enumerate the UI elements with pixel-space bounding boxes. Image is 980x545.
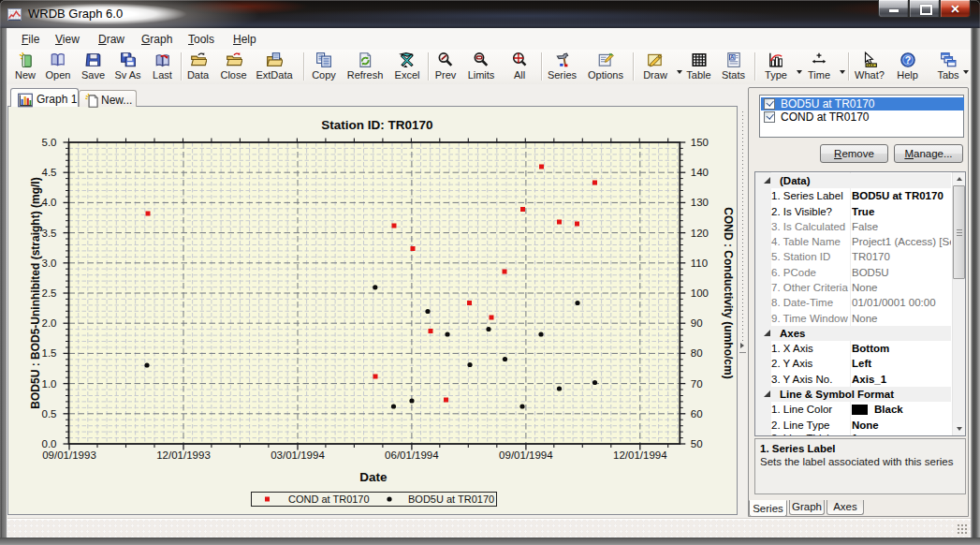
svg-text:09/01/1994: 09/01/1994 <box>499 449 553 461</box>
svg-text:80: 80 <box>691 347 703 359</box>
svg-text:09/01/1993: 09/01/1993 <box>42 449 96 461</box>
svg-text:COND : Conductivity (umho/cm): COND : Conductivity (umho/cm) <box>722 207 735 378</box>
svg-text:5.0: 5.0 <box>42 137 57 148</box>
svg-text:0.0: 0.0 <box>42 438 57 449</box>
svg-text:90: 90 <box>691 317 703 329</box>
svg-text:0.5: 0.5 <box>42 408 57 420</box>
svg-text:COND at TR0170: COND at TR0170 <box>288 493 370 505</box>
svg-text:2.0: 2.0 <box>42 317 57 329</box>
svg-text:?: ? <box>904 54 911 66</box>
svg-text:60: 60 <box>691 408 703 420</box>
svg-text:03/01/1994: 03/01/1994 <box>271 449 325 461</box>
svg-text:1.0: 1.0 <box>42 378 57 390</box>
svg-text:06/01/1994: 06/01/1994 <box>385 449 439 461</box>
svg-text:BOD5U at TR0170: BOD5U at TR0170 <box>408 493 494 505</box>
svg-text:Date: Date <box>359 470 388 484</box>
svg-text:110: 110 <box>691 258 708 269</box>
svg-text:50: 50 <box>691 438 703 449</box>
svg-text:4.0: 4.0 <box>42 197 57 208</box>
svg-text:120: 120 <box>691 228 709 239</box>
svg-text:130: 130 <box>691 197 709 208</box>
svg-text:Station ID: TR0170: Station ID: TR0170 <box>321 118 432 132</box>
svg-text:2.5: 2.5 <box>42 287 57 299</box>
svg-text:70: 70 <box>691 378 703 390</box>
svg-text:12/01/1993: 12/01/1993 <box>156 449 211 461</box>
svg-text:A: A <box>730 53 735 60</box>
svg-text:140: 140 <box>691 167 709 178</box>
svg-text:BOD5U : BOD5-Uninhibited (stra: BOD5U : BOD5-Uninhibited (straight) (mg/… <box>29 177 42 408</box>
svg-text:4.5: 4.5 <box>42 167 57 178</box>
svg-text:3.5: 3.5 <box>42 228 57 239</box>
svg-text:3.0: 3.0 <box>42 258 57 269</box>
svg-text:12/01/1994: 12/01/1994 <box>613 449 667 461</box>
svg-text:100: 100 <box>691 287 709 299</box>
svg-text:150: 150 <box>691 137 709 148</box>
svg-text:1.5: 1.5 <box>42 347 57 359</box>
